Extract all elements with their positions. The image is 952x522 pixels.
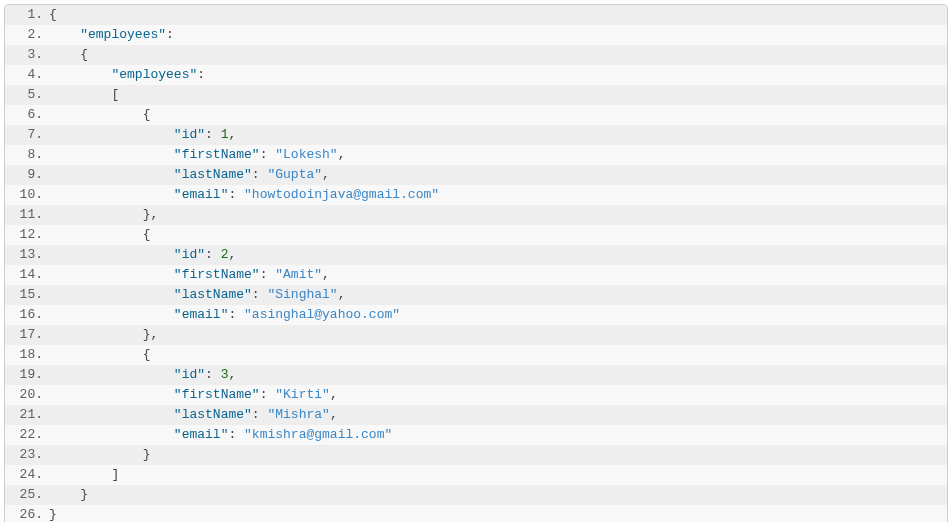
code-block: 1. { 2. "employees": 3. { 4. "employees"… [4, 4, 948, 522]
code-content: "email": "asinghal@yahoo.com" [49, 305, 400, 325]
code-line: 25. } [5, 485, 947, 505]
line-number: 3. [5, 45, 49, 65]
code-line: 2. "employees": [5, 25, 947, 45]
line-number: 19. [5, 365, 49, 385]
code-content: "id": 3, [49, 365, 236, 385]
code-content: { [49, 225, 150, 245]
code-content: }, [49, 205, 158, 225]
line-number: 22. [5, 425, 49, 445]
line-number: 14. [5, 265, 49, 285]
line-number: 8. [5, 145, 49, 165]
code-line: 19. "id": 3, [5, 365, 947, 385]
line-number: 12. [5, 225, 49, 245]
line-number: 15. [5, 285, 49, 305]
line-number: 21. [5, 405, 49, 425]
code-line: 15. "lastName": "Singhal", [5, 285, 947, 305]
line-number: 5. [5, 85, 49, 105]
code-content: }, [49, 325, 158, 345]
line-number: 24. [5, 465, 49, 485]
code-line: 12. { [5, 225, 947, 245]
code-line: 10. "email": "howtodoinjava@gmail.com" [5, 185, 947, 205]
code-content: "employees": [49, 25, 174, 45]
code-line: 6. { [5, 105, 947, 125]
code-content: "email": "kmishra@gmail.com" [49, 425, 392, 445]
code-line: 3. { [5, 45, 947, 65]
code-content: "email": "howtodoinjava@gmail.com" [49, 185, 439, 205]
code-line: 9. "lastName": "Gupta", [5, 165, 947, 185]
line-number: 7. [5, 125, 49, 145]
code-line: 21. "lastName": "Mishra", [5, 405, 947, 425]
code-line: 26. } [5, 505, 947, 522]
code-content: ] [49, 465, 119, 485]
line-number: 10. [5, 185, 49, 205]
code-content: "id": 2, [49, 245, 236, 265]
code-content: "lastName": "Singhal", [49, 285, 345, 305]
code-content: } [49, 485, 88, 505]
code-line: 11. }, [5, 205, 947, 225]
code-content: { [49, 45, 88, 65]
line-number: 18. [5, 345, 49, 365]
line-number: 16. [5, 305, 49, 325]
line-number: 13. [5, 245, 49, 265]
code-line: 16. "email": "asinghal@yahoo.com" [5, 305, 947, 325]
line-number: 11. [5, 205, 49, 225]
code-line: 13. "id": 2, [5, 245, 947, 265]
line-number: 9. [5, 165, 49, 185]
line-number: 20. [5, 385, 49, 405]
code-line: 20. "firstName": "Kirti", [5, 385, 947, 405]
line-number: 1. [5, 5, 49, 25]
code-content: "lastName": "Mishra", [49, 405, 338, 425]
code-line: 14. "firstName": "Amit", [5, 265, 947, 285]
code-line: 4. "employees": [5, 65, 947, 85]
code-content: "firstName": "Kirti", [49, 385, 338, 405]
code-line: 24. ] [5, 465, 947, 485]
code-line: 17. }, [5, 325, 947, 345]
line-number: 25. [5, 485, 49, 505]
code-line: 23. } [5, 445, 947, 465]
code-content: "employees": [49, 65, 205, 85]
line-number: 4. [5, 65, 49, 85]
line-number: 23. [5, 445, 49, 465]
code-line: 22. "email": "kmishra@gmail.com" [5, 425, 947, 445]
code-line: 18. { [5, 345, 947, 365]
code-content: "firstName": "Lokesh", [49, 145, 346, 165]
code-line: 5. [ [5, 85, 947, 105]
code-content: { [49, 5, 57, 25]
code-line: 1. { [5, 5, 947, 25]
code-content: { [49, 105, 150, 125]
line-number: 6. [5, 105, 49, 125]
code-content: } [49, 445, 150, 465]
code-content: "lastName": "Gupta", [49, 165, 330, 185]
code-content: "id": 1, [49, 125, 236, 145]
code-content: [ [49, 85, 119, 105]
code-line: 8. "firstName": "Lokesh", [5, 145, 947, 165]
line-number: 2. [5, 25, 49, 45]
code-line: 7. "id": 1, [5, 125, 947, 145]
line-number: 17. [5, 325, 49, 345]
code-content: { [49, 345, 150, 365]
code-content: } [49, 505, 57, 522]
line-number: 26. [5, 505, 49, 522]
code-content: "firstName": "Amit", [49, 265, 330, 285]
